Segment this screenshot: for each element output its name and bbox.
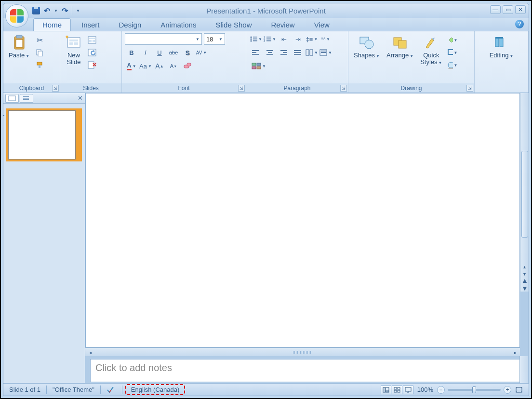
change-case-button[interactable]: Aa▼	[139, 60, 152, 72]
quick-styles-button[interactable]: Quick Styles▼	[418, 33, 444, 67]
slides-tab[interactable]	[5, 94, 19, 103]
undo-dropdown-icon[interactable]: ▼	[54, 9, 58, 13]
fit-window-button[interactable]	[512, 386, 526, 393]
align-text-button[interactable]: ▼	[319, 47, 332, 58]
qat-customize-icon[interactable]: ▼	[76, 9, 80, 13]
prev-slide-icon[interactable]: ▴	[520, 263, 529, 270]
tab-review[interactable]: Review	[262, 19, 303, 31]
tab-slideshow[interactable]: Slide Show	[207, 19, 260, 31]
font-dialog-launcher[interactable]: ⇲	[238, 85, 245, 92]
font-name-combo[interactable]: ▼	[125, 33, 202, 45]
align-right-button[interactable]	[277, 47, 291, 58]
arrange-button[interactable]: Arrange▼	[384, 33, 416, 60]
zoom-out-button[interactable]: −	[437, 386, 445, 394]
zoom-slider[interactable]	[448, 389, 501, 391]
align-center-button[interactable]	[263, 47, 277, 58]
outline-tab[interactable]	[20, 94, 33, 103]
sparkle-icon: ✦	[65, 34, 69, 40]
font-size-combo[interactable]: 18▼	[204, 33, 225, 45]
horizontal-scrollbar[interactable]: ◂ ▸	[85, 347, 520, 356]
slide-canvas[interactable]	[85, 93, 520, 347]
char-spacing-button[interactable]: A͏V▼	[195, 47, 208, 58]
next-slide-dbl-icon[interactable]: ⯆	[520, 285, 529, 292]
slide-number: 1	[3, 110, 4, 117]
save-icon[interactable]	[32, 7, 40, 14]
shapes-button[interactable]: Shapes▼	[351, 33, 382, 60]
status-theme[interactable]: "Office Theme"	[50, 386, 97, 393]
sorter-view-button[interactable]	[392, 386, 402, 394]
text-direction-button[interactable]: ᴵᴵᴬ▼	[319, 33, 332, 45]
convert-smartart-button[interactable]: ▼	[249, 60, 268, 72]
zoom-knob[interactable]	[472, 386, 476, 393]
reset-icon[interactable]	[86, 47, 98, 58]
close-button[interactable]: ✕	[515, 5, 526, 14]
drawing-dialog-launcher[interactable]: ⇲	[466, 85, 473, 92]
tab-home[interactable]: Home	[33, 18, 71, 31]
shape-effects-button[interactable]: ▼	[447, 59, 458, 71]
tab-animations[interactable]: Animations	[152, 19, 205, 31]
notes-pane[interactable]: Click to add notes	[90, 359, 520, 382]
shadow-button[interactable]: S	[181, 47, 194, 58]
strikethrough-button[interactable]: abe	[167, 47, 180, 58]
vertical-scrollbar[interactable]: ▴▾⯅⯆	[520, 93, 529, 292]
zoom-percent[interactable]: 100%	[414, 386, 436, 393]
grow-font-button[interactable]: A▲	[153, 60, 166, 72]
font-color-button[interactable]: A▼	[125, 60, 138, 72]
status-language[interactable]: English (Canada)	[125, 384, 185, 395]
svg-rect-2	[16, 40, 23, 47]
scroll-left-icon[interactable]: ◂	[86, 348, 94, 356]
office-button[interactable]	[5, 4, 28, 27]
redo-icon[interactable]: ↷	[62, 6, 68, 15]
help-icon[interactable]: ?	[515, 20, 524, 28]
paragraph-dialog-launcher[interactable]: ⇲	[340, 85, 347, 92]
columns-button[interactable]: ▼	[305, 47, 319, 58]
numbering-button[interactable]: 123▼	[263, 33, 277, 45]
underline-button[interactable]: U	[153, 47, 166, 58]
decrease-indent-button[interactable]: ⇤	[277, 33, 291, 45]
notes-placeholder: Click to add notes	[95, 362, 172, 373]
zoom-in-button[interactable]: +	[504, 386, 511, 394]
format-painter-icon[interactable]	[34, 59, 45, 71]
undo-icon[interactable]: ↶	[44, 6, 50, 15]
tab-insert[interactable]: Insert	[73, 19, 108, 31]
normal-view-button[interactable]	[381, 386, 391, 394]
bullets-button[interactable]: ▼	[249, 33, 263, 45]
line-spacing-button[interactable]: ‡≡▼	[305, 33, 319, 45]
increase-indent-button[interactable]: ⇥	[291, 33, 305, 45]
shrink-font-button[interactable]: A▼	[167, 60, 180, 72]
svg-rect-36	[266, 54, 273, 55]
svg-rect-1	[16, 35, 22, 38]
paste-button[interactable]: Paste▼	[6, 33, 32, 60]
title-bar: ↶ ▼ ↷ ▼ Presentation1 - Microsoft PowerP…	[3, 3, 529, 18]
next-slide-icon[interactable]: ▾	[520, 270, 529, 277]
spellcheck-icon[interactable]	[104, 386, 119, 394]
copy-icon[interactable]	[34, 47, 45, 58]
italic-button[interactable]: I	[139, 47, 152, 58]
clipboard-dialog-launcher[interactable]: ⇲	[52, 85, 59, 92]
tab-view[interactable]: View	[306, 19, 338, 31]
justify-button[interactable]	[291, 47, 305, 58]
notes-scrollbar[interactable]	[519, 356, 528, 383]
scroll-thumb[interactable]	[521, 151, 528, 238]
bold-button[interactable]: B	[125, 47, 138, 58]
slide-thumbnail-1[interactable]: 1	[6, 108, 82, 161]
editing-button[interactable]: Editing▼	[487, 33, 516, 60]
shape-fill-button[interactable]: ▼	[447, 34, 458, 46]
new-slide-button[interactable]: ✦ New Slide	[63, 33, 84, 67]
maximize-button[interactable]: ▭	[503, 5, 513, 14]
slideshow-view-button[interactable]	[403, 386, 413, 394]
arrange-icon	[392, 35, 408, 51]
delete-slide-icon[interactable]	[86, 59, 98, 71]
minimize-button[interactable]: —	[490, 5, 501, 14]
svg-rect-67	[383, 387, 385, 392]
layout-icon[interactable]	[86, 34, 98, 46]
prev-slide-dbl-icon[interactable]: ⯅	[520, 278, 529, 284]
cut-icon[interactable]: ✂	[34, 34, 45, 46]
panel-close-icon[interactable]: ✕	[78, 94, 83, 102]
status-slide-count[interactable]: Slide 1 of 1	[6, 386, 43, 393]
scroll-right-icon[interactable]: ▸	[511, 348, 519, 356]
align-left-button[interactable]	[249, 47, 263, 58]
clear-formatting-button[interactable]	[181, 60, 194, 72]
shape-outline-button[interactable]: ▼	[447, 47, 458, 58]
tab-design[interactable]: Design	[110, 19, 150, 31]
